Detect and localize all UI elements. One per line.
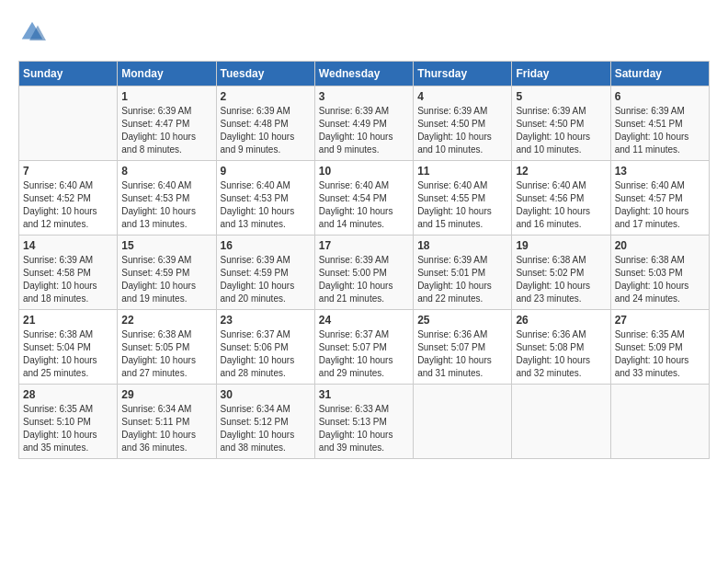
logo-icon [18,18,46,46]
column-header-sunday: Sunday [19,62,118,86]
calendar-cell: 5Sunrise: 6:39 AMSunset: 4:50 PMDaylight… [512,86,610,161]
day-number: 1 [121,90,211,103]
calendar-cell: 28Sunrise: 6:35 AMSunset: 5:10 PMDayligh… [19,385,118,459]
day-info: Sunrise: 6:36 AMSunset: 5:07 PMDaylight:… [417,328,507,380]
day-info: Sunrise: 6:37 AMSunset: 5:07 PMDaylight:… [319,328,409,380]
day-number: 27 [615,314,705,327]
day-info: Sunrise: 6:39 AMSunset: 4:51 PMDaylight:… [615,105,705,156]
calendar-cell: 26Sunrise: 6:36 AMSunset: 5:08 PMDayligh… [512,310,610,385]
calendar-table: SundayMondayTuesdayWednesdayThursdayFrid… [18,61,710,459]
day-info: Sunrise: 6:34 AMSunset: 5:12 PMDaylight:… [221,403,311,454]
calendar-week-3: 14Sunrise: 6:39 AMSunset: 4:58 PMDayligh… [19,236,710,310]
day-info: Sunrise: 6:40 AMSunset: 4:57 PMDaylight:… [615,179,705,231]
calendar-cell: 9Sunrise: 6:40 AMSunset: 4:53 PMDaylight… [216,161,314,236]
day-info: Sunrise: 6:39 AMSunset: 4:49 PMDaylight:… [319,105,409,156]
day-number: 28 [23,388,113,401]
column-header-monday: Monday [118,62,216,86]
day-number: 24 [319,314,409,327]
day-info: Sunrise: 6:39 AMSunset: 5:00 PMDaylight:… [319,254,409,305]
calendar-cell: 3Sunrise: 6:39 AMSunset: 4:49 PMDaylight… [314,86,413,161]
calendar-cell: 27Sunrise: 6:35 AMSunset: 5:09 PMDayligh… [610,310,709,385]
calendar-cell: 7Sunrise: 6:40 AMSunset: 4:52 PMDaylight… [19,161,118,236]
day-number: 16 [221,239,311,252]
day-info: Sunrise: 6:33 AMSunset: 5:13 PMDaylight:… [319,403,409,454]
column-header-wednesday: Wednesday [314,62,413,86]
calendar-cell: 17Sunrise: 6:39 AMSunset: 5:00 PMDayligh… [314,236,413,310]
day-number: 29 [121,388,211,401]
calendar-cell: 12Sunrise: 6:40 AMSunset: 4:56 PMDayligh… [512,161,610,236]
day-number: 8 [121,165,211,178]
day-number: 6 [615,90,705,103]
day-number: 21 [23,314,113,327]
day-number: 12 [516,165,606,178]
day-info: Sunrise: 6:38 AMSunset: 5:03 PMDaylight:… [615,254,705,305]
calendar-cell: 18Sunrise: 6:39 AMSunset: 5:01 PMDayligh… [414,236,512,310]
column-header-friday: Friday [512,62,610,86]
day-info: Sunrise: 6:39 AMSunset: 5:01 PMDaylight:… [417,254,507,305]
day-number: 22 [121,314,211,327]
day-info: Sunrise: 6:39 AMSunset: 4:59 PMDaylight:… [121,254,211,305]
day-info: Sunrise: 6:35 AMSunset: 5:10 PMDaylight:… [23,403,113,454]
page-header [18,18,710,46]
day-info: Sunrise: 6:40 AMSunset: 4:55 PMDaylight:… [417,179,507,231]
day-number: 20 [615,239,705,252]
day-number: 18 [417,239,507,252]
calendar-week-4: 21Sunrise: 6:38 AMSunset: 5:04 PMDayligh… [19,310,710,385]
day-number: 2 [221,90,311,103]
calendar-cell: 16Sunrise: 6:39 AMSunset: 4:59 PMDayligh… [216,236,314,310]
day-number: 5 [516,90,606,103]
calendar-cell: 24Sunrise: 6:37 AMSunset: 5:07 PMDayligh… [314,310,413,385]
day-info: Sunrise: 6:36 AMSunset: 5:08 PMDaylight:… [516,328,606,380]
day-info: Sunrise: 6:40 AMSunset: 4:56 PMDaylight:… [516,179,606,231]
day-info: Sunrise: 6:39 AMSunset: 4:48 PMDaylight:… [221,105,311,156]
day-number: 4 [417,90,507,103]
calendar-cell: 1Sunrise: 6:39 AMSunset: 4:47 PMDaylight… [118,86,216,161]
calendar-cell: 22Sunrise: 6:38 AMSunset: 5:05 PMDayligh… [118,310,216,385]
day-info: Sunrise: 6:38 AMSunset: 5:05 PMDaylight:… [121,328,211,380]
day-number: 26 [516,314,606,327]
day-number: 14 [23,239,113,252]
calendar-cell: 8Sunrise: 6:40 AMSunset: 4:53 PMDaylight… [118,161,216,236]
calendar-cell: 29Sunrise: 6:34 AMSunset: 5:11 PMDayligh… [118,385,216,459]
calendar-cell: 23Sunrise: 6:37 AMSunset: 5:06 PMDayligh… [216,310,314,385]
column-header-thursday: Thursday [414,62,512,86]
calendar-cell [19,86,118,161]
calendar-cell: 10Sunrise: 6:40 AMSunset: 4:54 PMDayligh… [314,161,413,236]
calendar-cell: 19Sunrise: 6:38 AMSunset: 5:02 PMDayligh… [512,236,610,310]
calendar-cell: 20Sunrise: 6:38 AMSunset: 5:03 PMDayligh… [610,236,709,310]
calendar-cell: 15Sunrise: 6:39 AMSunset: 4:59 PMDayligh… [118,236,216,310]
calendar-cell: 14Sunrise: 6:39 AMSunset: 4:58 PMDayligh… [19,236,118,310]
day-number: 11 [417,165,507,178]
day-number: 23 [221,314,311,327]
day-number: 17 [319,239,409,252]
day-number: 13 [615,165,705,178]
calendar-cell: 21Sunrise: 6:38 AMSunset: 5:04 PMDayligh… [19,310,118,385]
day-number: 19 [516,239,606,252]
day-number: 10 [319,165,409,178]
calendar-week-2: 7Sunrise: 6:40 AMSunset: 4:52 PMDaylight… [19,161,710,236]
column-header-tuesday: Tuesday [216,62,314,86]
day-number: 3 [319,90,409,103]
day-info: Sunrise: 6:40 AMSunset: 4:54 PMDaylight:… [319,179,409,231]
calendar-week-5: 28Sunrise: 6:35 AMSunset: 5:10 PMDayligh… [19,385,710,459]
day-info: Sunrise: 6:39 AMSunset: 4:50 PMDaylight:… [417,105,507,156]
day-info: Sunrise: 6:40 AMSunset: 4:53 PMDaylight:… [121,179,211,231]
day-info: Sunrise: 6:38 AMSunset: 5:02 PMDaylight:… [516,254,606,305]
calendar-cell: 25Sunrise: 6:36 AMSunset: 5:07 PMDayligh… [414,310,512,385]
day-info: Sunrise: 6:39 AMSunset: 4:47 PMDaylight:… [121,105,211,156]
day-info: Sunrise: 6:40 AMSunset: 4:52 PMDaylight:… [23,179,113,231]
calendar-cell: 4Sunrise: 6:39 AMSunset: 4:50 PMDaylight… [414,86,512,161]
day-info: Sunrise: 6:37 AMSunset: 5:06 PMDaylight:… [221,328,311,380]
day-info: Sunrise: 6:39 AMSunset: 4:59 PMDaylight:… [221,254,311,305]
calendar-cell: 13Sunrise: 6:40 AMSunset: 4:57 PMDayligh… [610,161,709,236]
logo [18,18,50,46]
day-number: 7 [23,165,113,178]
calendar-cell [414,385,512,459]
calendar-cell: 31Sunrise: 6:33 AMSunset: 5:13 PMDayligh… [314,385,413,459]
calendar-cell: 11Sunrise: 6:40 AMSunset: 4:55 PMDayligh… [414,161,512,236]
day-info: Sunrise: 6:38 AMSunset: 5:04 PMDaylight:… [23,328,113,380]
day-info: Sunrise: 6:39 AMSunset: 4:50 PMDaylight:… [516,105,606,156]
calendar-cell: 6Sunrise: 6:39 AMSunset: 4:51 PMDaylight… [610,86,709,161]
day-number: 31 [319,388,409,401]
day-info: Sunrise: 6:39 AMSunset: 4:58 PMDaylight:… [23,254,113,305]
